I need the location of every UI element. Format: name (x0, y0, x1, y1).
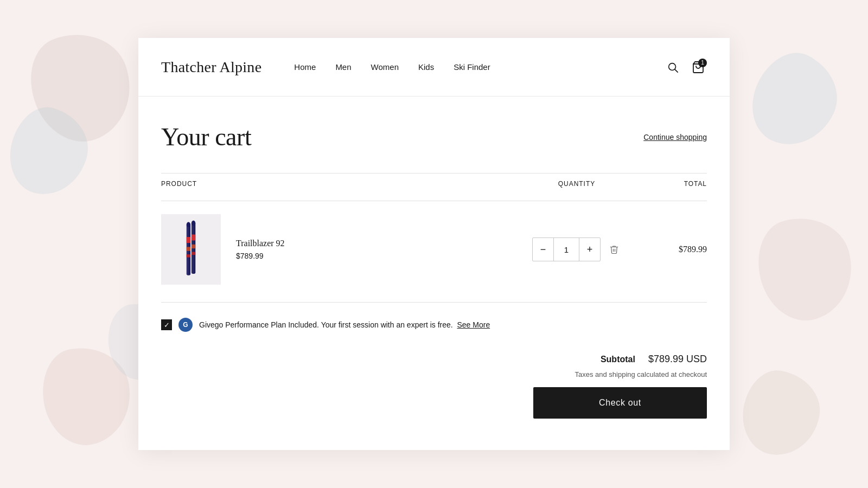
cart-button[interactable]: 1 (690, 59, 707, 76)
brand-logo[interactable]: Thatcher Alpine (161, 59, 261, 76)
checkout-section: Subtotal $789.99 USD Taxes and shipping … (161, 354, 707, 419)
givego-checkbox[interactable]: ✓ (161, 319, 172, 330)
item-image (161, 214, 221, 285)
nav-men[interactable]: Men (335, 62, 351, 72)
quantity-value: 1 (553, 238, 579, 261)
subtotal-label: Subtotal (601, 355, 635, 364)
delete-item-button[interactable] (607, 242, 621, 256)
item-name: Trailblazer 92 (236, 239, 285, 248)
quantity-increase-button[interactable]: + (579, 238, 600, 261)
quantity-controls: − 1 + (517, 237, 636, 261)
svg-rect-9 (187, 254, 190, 258)
givego-logo: G (178, 318, 193, 332)
checkmark-icon: ✓ (164, 322, 170, 329)
subtotal-row: Subtotal $789.99 USD (601, 354, 707, 365)
continue-shopping-link[interactable]: Continue shopping (643, 133, 707, 142)
cart-header: Your cart Continue shopping (161, 123, 707, 151)
givego-see-more-link[interactable]: See More (457, 320, 490, 329)
col-quantity-header: QUANTITY (517, 180, 636, 188)
quantity-box: − 1 + (532, 237, 601, 261)
main-content: Your cart Continue shopping PRODUCT QUAN… (138, 97, 730, 441)
page-title: Your cart (161, 123, 251, 151)
givego-text: Givego Performance Plan Included. Your f… (199, 320, 490, 329)
cart-item-row: Trailblazer 92 $789.99 − 1 + (161, 201, 707, 298)
quantity-decrease-button[interactable]: − (533, 238, 553, 261)
main-card: Thatcher Alpine Home Men Women Kids Ski … (138, 38, 730, 450)
item-price: $789.99 (236, 252, 285, 260)
svg-line-1 (675, 69, 678, 72)
trash-icon (609, 245, 619, 254)
svg-rect-11 (192, 245, 195, 248)
nav-home[interactable]: Home (294, 62, 316, 72)
cart-icon-wrap: 1 (692, 61, 705, 74)
item-total: $789.99 (636, 245, 707, 254)
tax-note: Taxes and shipping calculated at checkou… (575, 370, 707, 378)
nav-kids[interactable]: Kids (418, 62, 434, 72)
svg-rect-10 (192, 235, 195, 241)
navigation: Thatcher Alpine Home Men Women Kids Ski … (138, 38, 730, 97)
checkout-button[interactable]: Check out (533, 387, 707, 419)
svg-rect-7 (187, 237, 190, 243)
col-product-header: PRODUCT (161, 180, 517, 188)
givego-row: ✓ G Givego Performance Plan Included. Yo… (161, 318, 707, 332)
svg-rect-12 (192, 252, 195, 255)
nav-ski-finder[interactable]: Ski Finder (454, 62, 490, 72)
svg-point-14 (192, 221, 195, 226)
nav-links: Home Men Women Kids Ski Finder (294, 62, 665, 72)
table-header: PRODUCT QUANTITY TOTAL (161, 173, 707, 194)
item-info: Trailblazer 92 $789.99 (236, 239, 285, 260)
search-button[interactable] (665, 59, 681, 75)
subtotal-value: $789.99 USD (648, 354, 707, 365)
ski-image (180, 220, 202, 279)
nav-icon-group: 1 (665, 59, 707, 76)
svg-rect-8 (187, 247, 190, 251)
divider (161, 302, 707, 303)
search-icon (667, 61, 679, 73)
item-product: Trailblazer 92 $789.99 (161, 214, 517, 285)
svg-point-13 (187, 222, 190, 227)
col-total-header: TOTAL (636, 180, 707, 188)
cart-badge: 1 (698, 59, 707, 67)
nav-women[interactable]: Women (371, 62, 399, 72)
